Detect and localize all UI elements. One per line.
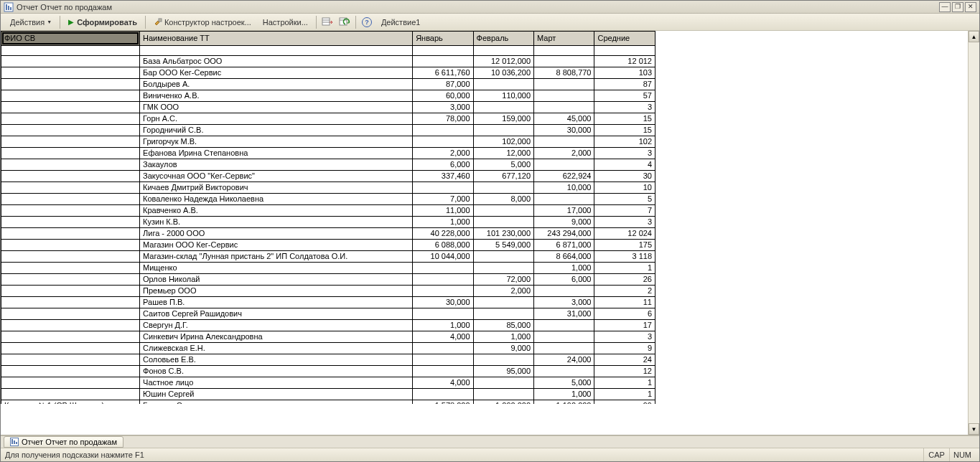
cell[interactable] — [413, 286, 473, 297]
cell[interactable] — [473, 377, 533, 389]
cell[interactable]: 243 294,000 — [534, 228, 594, 240]
cell[interactable]: 30 — [594, 171, 655, 182]
action1-button[interactable]: Действие1 — [376, 15, 425, 29]
table-row[interactable]: Фонов С.В.95,00012 — [1, 366, 655, 377]
cell[interactable]: 3 — [594, 331, 655, 343]
settings-constructor-button[interactable]: Конструктор настроек... — [149, 15, 256, 29]
cell[interactable]: 10 036,200 — [473, 67, 533, 79]
table-row[interactable]: Магазин-склад "Лунная пристань 2" ИП Сол… — [1, 251, 655, 263]
cell[interactable]: 10 044,000 — [413, 251, 473, 263]
cell[interactable]: 622,924 — [534, 171, 594, 182]
settings-button[interactable]: Настройки... — [258, 15, 313, 29]
cell[interactable] — [534, 56, 594, 67]
cell[interactable]: 17,000 — [534, 205, 594, 217]
cell[interactable]: 24,000 — [534, 354, 594, 366]
cell[interactable]: 6,000 — [534, 274, 594, 286]
cell[interactable]: 11,000 — [413, 205, 473, 217]
cell[interactable]: 87 — [594, 79, 655, 90]
cell[interactable] — [413, 125, 473, 136]
table-row[interactable]: Частное лицо4,0005,0001 — [1, 377, 655, 389]
cell[interactable] — [413, 354, 473, 366]
cell[interactable] — [1, 320, 140, 331]
cell[interactable] — [413, 136, 473, 148]
cell[interactable]: 6 871,000 — [534, 240, 594, 251]
cell[interactable]: 7 — [594, 205, 655, 217]
table-row[interactable]: Премьер ООО2,0002 — [1, 286, 655, 297]
cell[interactable]: Лига - 2000 ООО — [140, 228, 413, 240]
cell[interactable]: 95,000 — [473, 366, 533, 377]
report-table[interactable]: ФИО СВ Наименование ТТ Январь Февраль Ма… — [1, 31, 655, 404]
cell[interactable]: 15 — [594, 125, 655, 136]
cell[interactable]: Магазин-склад "Лунная пристань 2" ИП Сол… — [140, 251, 413, 263]
cell[interactable] — [1, 263, 140, 274]
cell[interactable]: 57 — [594, 90, 655, 102]
tool-button-1[interactable] — [319, 15, 335, 29]
cell[interactable]: Саитов Сергей Рашидович — [140, 308, 413, 320]
table-row[interactable]: Кичаев Дмитрий Викторович10,00010 — [1, 182, 655, 194]
cell[interactable]: Кузин К.В. — [140, 217, 413, 228]
cell[interactable]: 6 088,000 — [413, 240, 473, 251]
cell[interactable]: 78,000 — [413, 113, 473, 125]
window-tab[interactable]: Отчет Отчет по продажам — [4, 436, 123, 448]
cell[interactable] — [413, 274, 473, 286]
cell[interactable]: 60,000 — [413, 90, 473, 102]
cell[interactable]: 4,000 — [413, 377, 473, 389]
cell[interactable]: 15 — [594, 113, 655, 125]
table-row[interactable]: Коваленко Надежда Николаевна7,0008,0005 — [1, 194, 655, 205]
cell[interactable]: Свергун Д.Г. — [140, 320, 413, 331]
table-row[interactable]: Кравченко А.В.11,00017,0007 — [1, 205, 655, 217]
cell[interactable]: 9 — [594, 343, 655, 354]
table-row[interactable] — [1, 46, 655, 56]
cell[interactable] — [534, 90, 594, 102]
table-row[interactable]: Кузин К.В.1,0009,0003 — [1, 217, 655, 228]
cell[interactable] — [1, 274, 140, 286]
cell[interactable]: 6 611,760 — [413, 67, 473, 79]
cell[interactable]: Болдырев А. — [140, 79, 413, 90]
cell[interactable]: Закусочная ООО "Кег-Сервис" — [140, 171, 413, 182]
cell[interactable] — [1, 46, 140, 56]
cell[interactable] — [413, 366, 473, 377]
scroll-down-button[interactable]: ▼ — [969, 423, 979, 435]
tool-button-2[interactable] — [337, 15, 353, 29]
cell[interactable]: 3 118 — [594, 251, 655, 263]
cell[interactable] — [473, 217, 533, 228]
cell[interactable]: 10,000 — [534, 182, 594, 194]
cell[interactable] — [1, 205, 140, 217]
table-row[interactable]: Команда №1 (СВ Шатохин)Баранов С.1 578,0… — [1, 400, 655, 405]
table-row[interactable]: Орлов Николай72,0006,00026 — [1, 274, 655, 286]
cell[interactable] — [1, 343, 140, 354]
cell[interactable] — [1, 308, 140, 320]
cell[interactable] — [1, 297, 140, 308]
cell[interactable]: 24 — [594, 354, 655, 366]
cell[interactable]: 12 024 — [594, 228, 655, 240]
cell[interactable]: 1,000 — [413, 217, 473, 228]
cell[interactable]: 3 — [594, 217, 655, 228]
cell[interactable] — [473, 297, 533, 308]
cell[interactable] — [473, 389, 533, 400]
close-button[interactable]: ✕ — [965, 2, 976, 12]
cell[interactable] — [534, 320, 594, 331]
cell[interactable] — [1, 171, 140, 182]
cell[interactable] — [413, 263, 473, 274]
cell[interactable] — [413, 343, 473, 354]
cell[interactable]: 6,000 — [413, 159, 473, 171]
cell[interactable]: 99 — [594, 400, 655, 405]
cell[interactable] — [413, 389, 473, 400]
cell[interactable]: 2 — [594, 286, 655, 297]
cell[interactable] — [1, 366, 140, 377]
cell[interactable]: 3 — [594, 148, 655, 159]
cell[interactable] — [594, 46, 655, 56]
cell[interactable]: Мищенко — [140, 263, 413, 274]
cell[interactable] — [1, 217, 140, 228]
cell[interactable] — [1, 331, 140, 343]
table-row[interactable]: Закаулов6,0005,0004 — [1, 159, 655, 171]
cell[interactable] — [534, 286, 594, 297]
cell[interactable]: 3 — [594, 102, 655, 113]
actions-menu[interactable]: Действия▼ — [5, 15, 57, 29]
cell[interactable]: 7,000 — [413, 194, 473, 205]
cell[interactable] — [534, 46, 594, 56]
cell[interactable] — [1, 56, 140, 67]
form-button[interactable]: ▶Сформировать — [63, 15, 142, 29]
cell[interactable] — [1, 79, 140, 90]
cell[interactable]: 1,000 — [473, 331, 533, 343]
